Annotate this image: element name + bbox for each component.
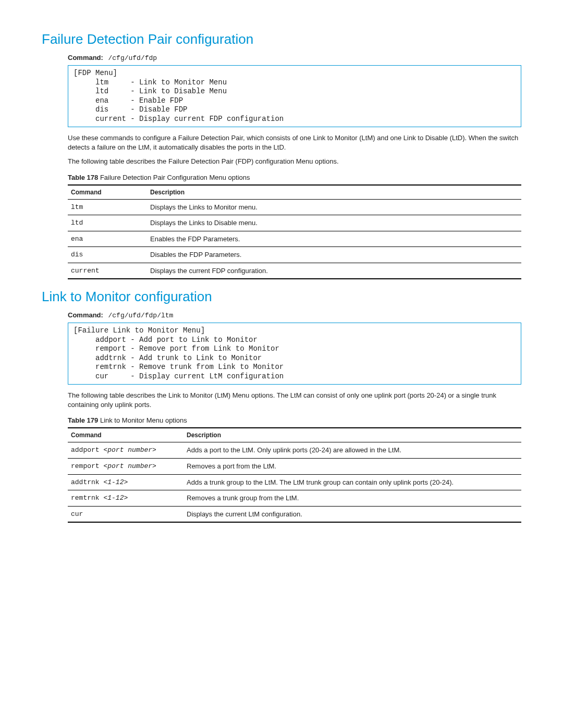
- table-caption-179: Table 179 Link to Monitor Menu options: [68, 416, 521, 424]
- table-label: Table 179: [68, 416, 98, 424]
- th-command: Command: [68, 185, 147, 200]
- cmd-cell: dis: [68, 247, 147, 263]
- desc-cell: Displays the current FDP configuration.: [147, 263, 521, 279]
- cmd-cell: remport <port number>: [68, 459, 183, 475]
- table-caption-178: Table 178 Failure Detection Pair Configu…: [68, 174, 521, 181]
- table-label: Table 178: [68, 174, 98, 181]
- cmd-cell: cur: [68, 506, 183, 522]
- command-label: Command:: [68, 311, 103, 319]
- desc-cell: Removes a port from the LtM.: [183, 459, 521, 475]
- codeblock-fdp: [FDP Menu] ltm - Link to Monitor Menu lt…: [68, 65, 521, 127]
- paragraph-ltm-intro: The following table describes the Link t…: [68, 391, 521, 409]
- cmd-cell: ltd: [68, 215, 147, 231]
- table-row: ltd Displays the Links to Disable menu.: [68, 215, 521, 231]
- paragraph-fdp-table-intro: The following table describes the Failur…: [68, 157, 521, 166]
- desc-cell: Adds a port to the LtM. Only uplink port…: [183, 442, 521, 459]
- cmd-cell: current: [68, 263, 147, 279]
- paragraph-fdp-intro: Use these commands to configure a Failur…: [68, 133, 521, 152]
- command-label: Command:: [68, 54, 103, 61]
- cmd-cell: ena: [68, 231, 147, 247]
- cmd-cell: addport <port number>: [68, 442, 183, 459]
- command-path: /cfg/ufd/fdp/ltm: [108, 312, 174, 319]
- desc-cell: Enables the FDP Parameters.: [147, 231, 521, 247]
- desc-cell: Displays the current LtM configuration.: [183, 506, 521, 522]
- desc-cell: Displays the Links to Monitor menu.: [147, 199, 521, 215]
- table-caption-text: Link to Monitor Menu options: [98, 416, 187, 424]
- table-row: addport <port number> Adds a port to the…: [68, 442, 521, 459]
- command-line-ltm: Command: /cfg/ufd/fdp/ltm: [68, 311, 521, 319]
- section-heading-fdp: Failure Detection Pair configuration: [42, 31, 521, 47]
- section-heading-ltm: Link to Monitor configuration: [42, 289, 521, 305]
- table-row: ena Enables the FDP Parameters.: [68, 231, 521, 247]
- cmd-cell: remtrnk <1-12>: [68, 490, 183, 507]
- command-path: /cfg/ufd/fdp: [108, 54, 157, 62]
- table-fdp-options: Command Description ltm Displays the Lin…: [68, 184, 521, 280]
- table-caption-text: Failure Detection Pair Configuration Men…: [98, 174, 250, 181]
- desc-cell: Adds a trunk group to the LtM. The LtM t…: [183, 474, 521, 490]
- desc-cell: Removes a trunk group from the LtM.: [183, 490, 521, 507]
- th-command: Command: [68, 428, 183, 442]
- table-row: ltm Displays the Links to Monitor menu.: [68, 199, 521, 215]
- th-description: Description: [183, 428, 521, 442]
- cmd-cell: addtrnk <1-12>: [68, 474, 183, 490]
- table-ltm-options: Command Description addport <port number…: [68, 427, 521, 523]
- table-row: current Displays the current FDP configu…: [68, 263, 521, 279]
- th-description: Description: [147, 185, 521, 200]
- table-row: dis Disables the FDP Parameters.: [68, 247, 521, 263]
- table-row: remtrnk <1-12> Removes a trunk group fro…: [68, 490, 521, 507]
- command-line-fdp: Command: /cfg/ufd/fdp: [68, 54, 521, 62]
- cmd-cell: ltm: [68, 199, 147, 215]
- desc-cell: Displays the Links to Disable menu.: [147, 215, 521, 231]
- desc-cell: Disables the FDP Parameters.: [147, 247, 521, 263]
- table-row: remport <port number> Removes a port fro…: [68, 459, 521, 475]
- table-row: cur Displays the current LtM configurati…: [68, 506, 521, 522]
- codeblock-ltm: [Failure Link to Monitor Menu] addport -…: [68, 323, 521, 385]
- table-row: addtrnk <1-12> Adds a trunk group to the…: [68, 474, 521, 490]
